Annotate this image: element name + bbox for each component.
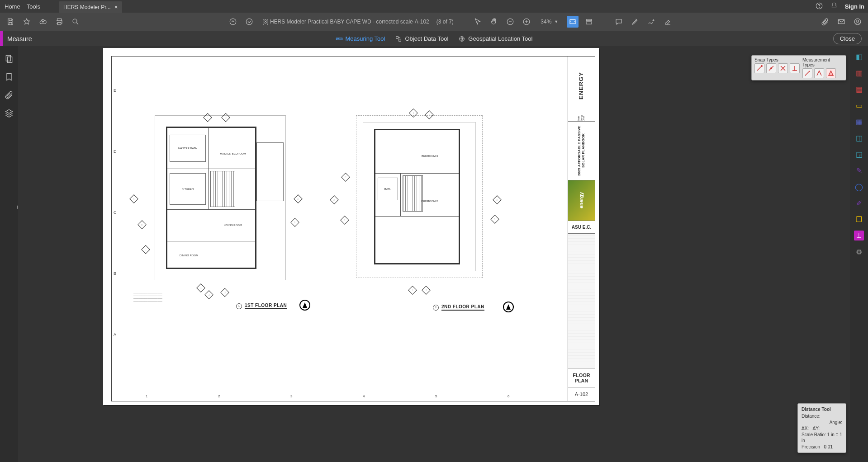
search-icon[interactable] (70, 16, 81, 28)
snap-intersection-button[interactable] (778, 63, 788, 73)
pdf-page: E D C B A 1 2 3 4 5 6 MASTER BEDROOM (103, 48, 599, 405)
snap-types-label: Snap Types (754, 57, 800, 62)
measure-tools: Measuring Tool Object Data Tool Geospati… (336, 35, 533, 42)
draw-icon[interactable] (645, 16, 657, 28)
appalachian-energy-logo: energy (568, 180, 595, 221)
section-mark: B (340, 216, 349, 225)
distance-tool-panel[interactable]: Distance Tool Distance: Angle: ΔX: ΔY: S… (797, 403, 846, 453)
title-block: ENERGY State Energy Office 2005 AFFORDAB… (568, 57, 595, 401)
snap-midpoint-button[interactable] (766, 63, 776, 73)
revision-block (568, 234, 595, 368)
page-display-icon[interactable] (583, 16, 595, 28)
section-mark: 2 (204, 290, 213, 299)
section-mark: 1 (408, 286, 417, 295)
sign-in-button[interactable]: Sign In (845, 3, 864, 10)
first-floor-title: 1 1ST FLOOR PLAN (236, 303, 287, 309)
svg-rect-17 (6, 56, 10, 61)
document-name: [3] HERS Modeler Practical BABY CAPE WD … (262, 19, 429, 25)
pointer-icon[interactable] (472, 16, 484, 28)
zoom-value[interactable]: 34%▼ (537, 19, 562, 25)
hand-icon[interactable] (488, 16, 500, 28)
create-pdf-icon[interactable]: ◧ (854, 52, 864, 61)
plan-notes: ────────────────── ────────────────── ──… (133, 292, 197, 305)
zoom-out-icon[interactable] (504, 16, 516, 28)
page-down-icon[interactable] (243, 16, 255, 28)
comment-tool-icon[interactable]: ▭ (854, 100, 864, 110)
edit-pdf-icon[interactable]: ▥ (854, 68, 864, 78)
document-viewport[interactable]: E D C B A 1 2 3 4 5 6 MASTER BEDROOM (18, 46, 850, 462)
highlight-icon[interactable] (629, 16, 641, 28)
more-tools-icon[interactable]: ⚙ (854, 247, 864, 257)
send-sign-icon[interactable]: ✐ (854, 198, 864, 208)
email-icon[interactable] (835, 16, 847, 28)
measure-area-button[interactable] (826, 68, 836, 78)
protect-icon[interactable]: ◲ (854, 149, 864, 159)
snap-endpoint-button[interactable] (754, 63, 764, 73)
section-mark: B (290, 218, 299, 227)
measure-bar: Measure Measuring Tool Object Data Tool … (0, 31, 868, 46)
cloud-upload-icon[interactable] (37, 16, 49, 28)
print-icon[interactable] (53, 16, 65, 28)
geospatial-tool-button[interactable]: Geospatial Location Tool (458, 35, 532, 42)
save-icon[interactable] (5, 16, 16, 28)
distance-tool-title: Distance Tool (802, 406, 842, 413)
measure-accent (0, 31, 3, 47)
section-mark: 3 (220, 288, 229, 297)
menubar: Home Tools (0, 0, 868, 13)
north-arrow-icon (503, 302, 514, 312)
snap-types-panel[interactable]: Snap Types Measurement Types (751, 55, 846, 80)
section-mark: B (138, 220, 147, 229)
precision-label: Precision (802, 444, 820, 449)
tabbar: HERS Modeler Pr... × (59, 0, 122, 13)
erase-icon[interactable] (662, 16, 674, 28)
attach-icon[interactable] (819, 16, 831, 28)
bookmark-icon[interactable] (5, 72, 14, 81)
zoom-in-icon[interactable] (521, 16, 532, 28)
section-mark: A (330, 195, 339, 204)
svg-rect-10 (838, 20, 844, 24)
enhance-scans-icon[interactable]: ◫ (854, 133, 864, 143)
right-tools-rail: ◧ ▥ ▤ ▭ ▦ ◫ ◲ ✎ ◯ ✐ ❐ ⟂ ⚙ (850, 46, 868, 462)
dx-label: ΔX: (802, 426, 809, 431)
svg-point-20 (770, 67, 772, 69)
thumbnails-icon[interactable] (5, 54, 14, 63)
help-icon[interactable] (815, 2, 823, 11)
snap-perpendicular-button[interactable] (790, 63, 800, 73)
svg-rect-8 (586, 19, 592, 21)
compare-icon[interactable]: ❐ (854, 214, 864, 224)
ruler-icon (336, 35, 343, 42)
fill-sign-icon[interactable]: ✎ (854, 165, 864, 175)
layers-icon[interactable] (5, 108, 14, 118)
svg-rect-15 (399, 39, 401, 41)
measure-distance-button[interactable] (802, 68, 812, 78)
account-icon[interactable] (852, 16, 863, 28)
measuring-tool-button[interactable]: Measuring Tool (336, 35, 385, 42)
svg-point-4 (246, 19, 252, 25)
toolbar: [3] HERS Modeler Practical BABY CAPE WD … (0, 13, 868, 31)
star-icon[interactable] (21, 16, 33, 28)
comment-icon[interactable] (613, 16, 625, 28)
menu-home[interactable]: Home (5, 3, 20, 10)
svg-point-12 (857, 20, 859, 22)
attachments-icon[interactable] (5, 90, 14, 99)
svg-rect-9 (586, 22, 592, 24)
second-floor-title: 2 2ND FLOOR PLAN (433, 304, 484, 311)
menu-tools[interactable]: Tools (27, 3, 40, 10)
measure-tool-icon[interactable]: ⟂ (854, 231, 864, 240)
close-icon[interactable]: × (114, 4, 118, 10)
close-measure-button[interactable]: Close (833, 33, 862, 44)
svg-rect-13 (336, 38, 342, 40)
organize-pages-icon[interactable]: ▦ (854, 117, 864, 127)
object-data-tool-button[interactable]: Object Data Tool (395, 35, 448, 42)
section-mark: C (341, 173, 350, 182)
notifications-icon[interactable] (830, 2, 838, 11)
second-floor-dimlines (363, 122, 476, 271)
prepare-form-icon[interactable]: ◯ (854, 182, 864, 192)
fit-width-icon[interactable] (567, 16, 579, 28)
precision-value: 0.01 (824, 444, 832, 449)
document-tab[interactable]: HERS Modeler Pr... × (59, 1, 122, 13)
measure-perimeter-button[interactable] (814, 68, 824, 78)
dy-label: ΔY: (812, 426, 820, 431)
page-up-icon[interactable] (227, 16, 239, 28)
export-pdf-icon[interactable]: ▤ (854, 84, 864, 94)
